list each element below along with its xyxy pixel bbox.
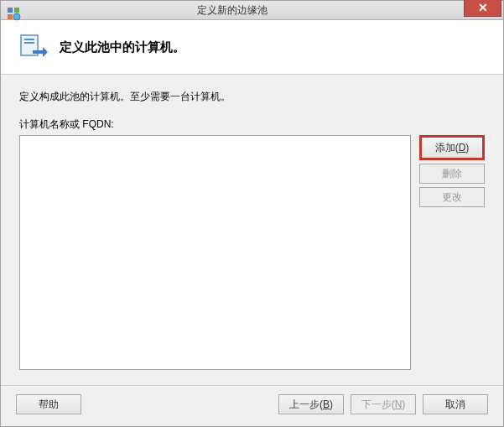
modify-button: 更改 bbox=[419, 187, 485, 207]
computer-listbox[interactable] bbox=[19, 135, 411, 370]
close-icon: ✕ bbox=[478, 1, 488, 14]
app-icon bbox=[6, 6, 21, 21]
listbox-label: 计算机名称或 FQDN: bbox=[19, 117, 485, 132]
svg-point-3 bbox=[13, 13, 20, 20]
footer-right: 上一步(B) 下一步(N) 取消 bbox=[278, 394, 488, 414]
instruction-text: 定义构成此池的计算机。至少需要一台计算机。 bbox=[19, 90, 485, 104]
remove-button: 删除 bbox=[419, 164, 485, 184]
svg-rect-6 bbox=[24, 42, 34, 44]
svg-rect-5 bbox=[24, 39, 34, 40]
footer: 帮助 上一步(B) 下一步(N) 取消 bbox=[1, 385, 503, 426]
window-title: 定义新的边缘池 bbox=[1, 3, 464, 18]
content-area: 定义构成此池的计算机。至少需要一台计算机。 计算机名称或 FQDN: 添加(D)… bbox=[1, 75, 503, 385]
footer-left: 帮助 bbox=[16, 394, 81, 414]
list-row: 添加(D) 删除 更改 bbox=[19, 135, 485, 370]
add-button[interactable]: 添加(D) bbox=[419, 135, 485, 160]
wizard-icon bbox=[18, 32, 48, 62]
cancel-button[interactable]: 取消 bbox=[423, 394, 488, 414]
svg-rect-1 bbox=[14, 8, 19, 13]
header: 定义此池中的计算机。 bbox=[1, 20, 503, 75]
svg-rect-2 bbox=[8, 14, 13, 19]
svg-rect-0 bbox=[8, 8, 13, 13]
page-title: 定义此池中的计算机。 bbox=[60, 39, 185, 55]
next-button: 下一步(N) bbox=[351, 394, 416, 414]
titlebar: 定义新的边缘池 ✕ bbox=[1, 1, 503, 20]
side-buttons: 添加(D) 删除 更改 bbox=[419, 135, 485, 370]
help-button[interactable]: 帮助 bbox=[16, 394, 81, 414]
back-button[interactable]: 上一步(B) bbox=[278, 394, 344, 414]
dialog-window: 定义新的边缘池 ✕ 定义此池中的计算机。 定义构成此池的计算机。至少需要一台计算… bbox=[0, 0, 504, 427]
close-button[interactable]: ✕ bbox=[464, 0, 501, 17]
